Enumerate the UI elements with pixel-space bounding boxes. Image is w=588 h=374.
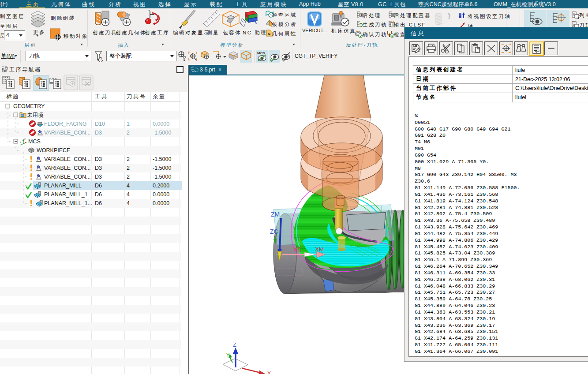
svg-text:x: x [20, 141, 21, 143]
svg-text:ZC: ZC [270, 228, 278, 235]
svg-text:MCS: MCS [257, 51, 265, 55]
svg-text:z: z [24, 138, 26, 140]
svg-text:Z: Z [233, 341, 236, 348]
svg-text:XC: XC [293, 246, 302, 253]
svg-text:X: X [267, 370, 271, 374]
svg-text:XM: XM [315, 246, 324, 253]
svg-text:Y: Y [226, 352, 230, 358]
svg-text:ZM: ZM [271, 211, 280, 218]
